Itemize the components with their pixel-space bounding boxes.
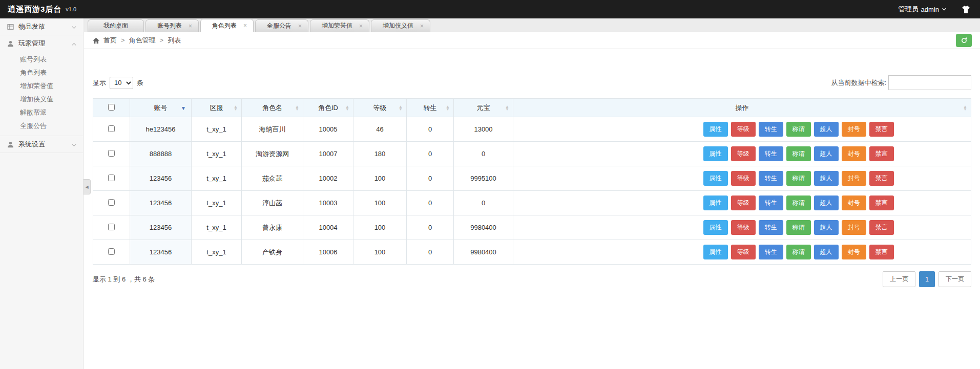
breadcrumb-item-首页[interactable]: 首页	[103, 36, 117, 44]
action-button-禁言[interactable]: 禁言	[869, 220, 894, 235]
column-header-转生[interactable]: 转生▲▼	[407, 99, 454, 117]
tab-close-icon[interactable]: ×	[243, 23, 247, 29]
select-all-checkbox[interactable]	[108, 104, 115, 111]
column-header-元宝[interactable]: 元宝▲▼	[454, 99, 513, 117]
breadcrumb-item-列表: 列表	[168, 36, 181, 44]
tab-角色列表[interactable]: 角色列表×	[200, 19, 254, 32]
action-button-等级[interactable]: 等级	[731, 245, 756, 259]
action-button-属性[interactable]: 属性	[703, 245, 728, 259]
action-button-称谓[interactable]: 称谓	[786, 220, 811, 235]
action-button-禁言[interactable]: 禁言	[869, 146, 894, 161]
action-button-等级[interactable]: 等级	[731, 220, 756, 235]
action-button-属性[interactable]: 属性	[703, 196, 728, 210]
action-button-超人[interactable]: 超人	[814, 245, 839, 259]
sidebar-group-玩家管理[interactable]: 玩家管理	[0, 35, 83, 52]
action-button-转生[interactable]: 转生	[759, 171, 783, 186]
action-button-转生[interactable]: 转生	[759, 122, 783, 137]
action-button-属性[interactable]: 属性	[703, 146, 728, 161]
action-button-等级[interactable]: 等级	[731, 196, 756, 210]
row-checkbox[interactable]	[108, 248, 115, 255]
action-button-属性[interactable]: 属性	[703, 171, 728, 186]
sidebar-item-解散帮派[interactable]: 解散帮派	[0, 106, 83, 119]
column-header-区服[interactable]: 区服▲▼	[192, 99, 242, 117]
sidebar-item-增加侠义值[interactable]: 增加侠义值	[0, 93, 83, 106]
table-controls: 显示 10 条 从当前数据中检索:	[93, 75, 971, 90]
row-select-cell	[93, 142, 130, 166]
sidebar-item-全服公告[interactable]: 全服公告	[0, 119, 83, 133]
tab-close-icon[interactable]: ×	[189, 23, 192, 29]
tab-close-icon[interactable]: ×	[420, 23, 424, 29]
action-button-超人[interactable]: 超人	[814, 146, 839, 161]
action-button-封号[interactable]: 封号	[842, 122, 866, 137]
tab-增加荣誉值[interactable]: 增加荣誉值×	[310, 19, 369, 32]
action-button-属性[interactable]: 属性	[703, 220, 728, 235]
page-size-select[interactable]: 10	[110, 77, 133, 89]
sidebar-collapse-handle[interactable]: ◀	[84, 179, 91, 194]
tab-close-icon[interactable]: ×	[298, 23, 302, 29]
action-button-超人[interactable]: 超人	[814, 196, 839, 210]
shirt-icon[interactable]	[961, 5, 971, 14]
row-checkbox[interactable]	[108, 199, 115, 206]
action-button-称谓[interactable]: 称谓	[786, 245, 811, 259]
action-button-超人[interactable]: 超人	[814, 122, 839, 137]
action-button-超人[interactable]: 超人	[814, 171, 839, 186]
column-header-等级[interactable]: 等级▲▼	[353, 99, 407, 117]
sidebar-item-角色列表[interactable]: 角色列表	[0, 66, 83, 79]
action-button-转生[interactable]: 转生	[759, 196, 783, 210]
action-button-禁言[interactable]: 禁言	[869, 122, 894, 137]
next-page-button[interactable]: 下一页	[939, 271, 971, 287]
search-input[interactable]	[888, 75, 971, 90]
action-button-属性[interactable]: 属性	[703, 122, 728, 137]
sidebar-group: 系统设置	[0, 136, 83, 153]
sort-icon: ▲▼	[345, 105, 349, 111]
row-select-cell	[93, 191, 130, 215]
row-checkbox[interactable]	[108, 125, 115, 132]
action-button-封号[interactable]: 封号	[842, 196, 866, 210]
column-header-操作[interactable]: 操作▲▼	[513, 99, 971, 117]
tab-账号列表[interactable]: 账号列表×	[145, 19, 199, 32]
tab-全服公告[interactable]: 全服公告×	[255, 19, 308, 32]
sidebar-group: 物品发放	[0, 18, 83, 35]
action-button-封号[interactable]: 封号	[842, 220, 866, 235]
action-button-封号[interactable]: 封号	[842, 171, 866, 186]
column-header-角色ID[interactable]: 角色ID▲▼	[303, 99, 353, 117]
row-checkbox[interactable]	[108, 175, 115, 181]
action-button-禁言[interactable]: 禁言	[869, 171, 894, 186]
tab-我的桌面[interactable]: 我的桌面	[88, 19, 144, 32]
action-button-封号[interactable]: 封号	[842, 146, 866, 161]
action-button-等级[interactable]: 等级	[731, 122, 756, 137]
sidebar-item-账号列表[interactable]: 账号列表	[0, 53, 83, 66]
tab-close-icon[interactable]: ×	[359, 23, 363, 29]
action-button-转生[interactable]: 转生	[759, 245, 783, 259]
action-button-禁言[interactable]: 禁言	[869, 196, 894, 210]
column-header-账号[interactable]: 账号▼	[130, 99, 192, 117]
refresh-button[interactable]	[956, 34, 972, 47]
select-all-header-cell	[93, 99, 130, 117]
sidebar-group-物品发放[interactable]: 物品发放	[0, 18, 83, 35]
action-button-称谓[interactable]: 称谓	[786, 146, 811, 161]
action-button-等级[interactable]: 等级	[731, 171, 756, 186]
show-label-suffix: 条	[137, 78, 143, 88]
action-button-转生[interactable]: 转生	[759, 146, 783, 161]
sidebar-item-增加荣誉值[interactable]: 增加荣誉值	[0, 79, 83, 93]
prev-page-button[interactable]: 上一页	[883, 271, 915, 287]
action-button-等级[interactable]: 等级	[731, 146, 756, 161]
action-button-超人[interactable]: 超人	[814, 220, 839, 235]
row-checkbox[interactable]	[108, 150, 115, 157]
action-button-转生[interactable]: 转生	[759, 220, 783, 235]
action-button-称谓[interactable]: 称谓	[786, 196, 811, 210]
content: 显示 10 条 从当前数据中检索: 账号▼区服▲▼角色名▲▼角色ID▲▼等级▲▼…	[84, 75, 980, 287]
sidebar-group-系统设置[interactable]: 系统设置	[0, 136, 83, 153]
row-checkbox[interactable]	[108, 224, 115, 230]
tab-增加侠义值[interactable]: 增加侠义值×	[371, 19, 430, 32]
action-button-禁言[interactable]: 禁言	[869, 245, 894, 259]
action-button-封号[interactable]: 封号	[842, 245, 866, 259]
cell-name: 海纳百川	[242, 117, 303, 142]
column-header-角色名[interactable]: 角色名▲▼	[242, 99, 303, 117]
page-1-button[interactable]: 1	[919, 271, 935, 287]
breadcrumb-item-角色管理[interactable]: 角色管理	[129, 36, 156, 44]
row-actions-cell: 属性等级转生称谓超人封号禁言	[513, 191, 971, 215]
action-button-称谓[interactable]: 称谓	[786, 171, 811, 186]
user-menu[interactable]: 管理员 admin	[899, 5, 947, 14]
action-button-称谓[interactable]: 称谓	[786, 122, 811, 137]
